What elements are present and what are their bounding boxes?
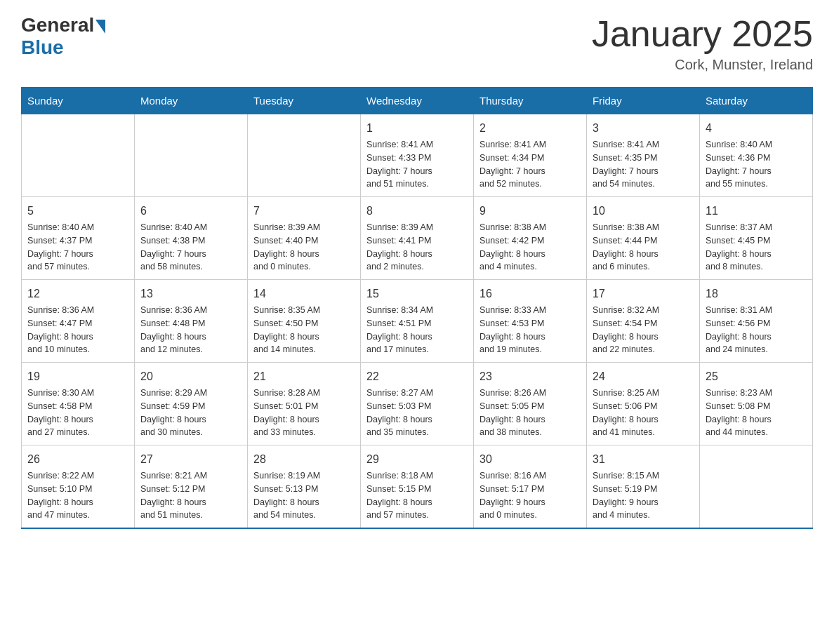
day-number: 18 <box>706 286 807 302</box>
day-number: 28 <box>253 451 355 468</box>
day-number: 31 <box>593 451 694 468</box>
logo-arrow-icon <box>95 20 105 34</box>
day-info: Sunrise: 8:34 AM Sunset: 4:51 PM Dayligh… <box>366 304 468 356</box>
day-info: Sunrise: 8:22 AM Sunset: 5:10 PM Dayligh… <box>27 469 128 522</box>
day-number: 13 <box>140 286 241 302</box>
calendar-cell: 10Sunrise: 8:38 AM Sunset: 4:44 PM Dayli… <box>587 197 700 280</box>
calendar-week-row: 19Sunrise: 8:30 AM Sunset: 4:58 PM Dayli… <box>22 363 813 445</box>
calendar-cell: 4Sunrise: 8:40 AM Sunset: 4:36 PM Daylig… <box>700 114 813 197</box>
calendar-cell: 19Sunrise: 8:30 AM Sunset: 4:58 PM Dayli… <box>22 363 135 445</box>
day-info: Sunrise: 8:25 AM Sunset: 5:06 PM Dayligh… <box>593 387 694 439</box>
day-number: 2 <box>479 120 581 137</box>
day-number: 24 <box>593 368 694 385</box>
page-header: General Blue January 2025 Cork, Munster,… <box>21 14 813 73</box>
calendar-header-row: SundayMondayTuesdayWednesdayThursdayFrid… <box>22 88 813 114</box>
logo-general: General <box>21 14 105 36</box>
calendar-cell: 7Sunrise: 8:39 AM Sunset: 4:40 PM Daylig… <box>248 197 361 280</box>
calendar-cell: 27Sunrise: 8:21 AM Sunset: 5:12 PM Dayli… <box>135 445 248 529</box>
day-info: Sunrise: 8:35 AM Sunset: 4:50 PM Dayligh… <box>253 304 355 356</box>
title-section: January 2025 Cork, Munster, Ireland <box>592 14 813 73</box>
calendar-cell: 24Sunrise: 8:25 AM Sunset: 5:06 PM Dayli… <box>587 363 700 445</box>
calendar-cell: 11Sunrise: 8:37 AM Sunset: 4:45 PM Dayli… <box>700 197 813 280</box>
day-number: 15 <box>366 286 468 302</box>
calendar-cell: 31Sunrise: 8:15 AM Sunset: 5:19 PM Dayli… <box>587 445 700 529</box>
calendar-cell: 23Sunrise: 8:26 AM Sunset: 5:05 PM Dayli… <box>474 363 587 445</box>
day-number: 12 <box>27 286 128 302</box>
day-number: 14 <box>253 286 355 302</box>
day-number: 23 <box>479 368 581 385</box>
day-info: Sunrise: 8:19 AM Sunset: 5:13 PM Dayligh… <box>253 469 355 522</box>
calendar-day-header: Sunday <box>22 88 135 114</box>
day-info: Sunrise: 8:41 AM Sunset: 4:34 PM Dayligh… <box>479 138 581 191</box>
day-info: Sunrise: 8:31 AM Sunset: 4:56 PM Dayligh… <box>706 304 807 356</box>
calendar-cell: 3Sunrise: 8:41 AM Sunset: 4:35 PM Daylig… <box>587 114 700 197</box>
calendar-cell <box>22 114 135 197</box>
calendar-day-header: Tuesday <box>248 88 361 114</box>
day-info: Sunrise: 8:27 AM Sunset: 5:03 PM Dayligh… <box>366 387 468 439</box>
calendar-week-row: 5Sunrise: 8:40 AM Sunset: 4:37 PM Daylig… <box>22 197 813 280</box>
day-info: Sunrise: 8:39 AM Sunset: 4:41 PM Dayligh… <box>366 221 468 274</box>
day-number: 19 <box>27 368 128 385</box>
day-info: Sunrise: 8:32 AM Sunset: 4:54 PM Dayligh… <box>593 304 694 356</box>
calendar-week-row: 12Sunrise: 8:36 AM Sunset: 4:47 PM Dayli… <box>22 280 813 363</box>
day-info: Sunrise: 8:41 AM Sunset: 4:33 PM Dayligh… <box>366 138 468 191</box>
day-number: 16 <box>479 286 581 302</box>
logo-blue-text: Blue <box>21 36 64 59</box>
calendar-cell: 18Sunrise: 8:31 AM Sunset: 4:56 PM Dayli… <box>700 280 813 363</box>
logo-general-text: General <box>21 14 94 36</box>
calendar-cell: 29Sunrise: 8:18 AM Sunset: 5:15 PM Dayli… <box>361 445 474 529</box>
day-number: 17 <box>593 286 694 302</box>
calendar-cell: 8Sunrise: 8:39 AM Sunset: 4:41 PM Daylig… <box>361 197 474 280</box>
day-info: Sunrise: 8:18 AM Sunset: 5:15 PM Dayligh… <box>366 469 468 522</box>
day-info: Sunrise: 8:21 AM Sunset: 5:12 PM Dayligh… <box>140 469 241 522</box>
day-number: 5 <box>27 203 128 220</box>
day-number: 21 <box>253 368 355 385</box>
day-info: Sunrise: 8:36 AM Sunset: 4:48 PM Dayligh… <box>140 304 241 356</box>
day-number: 25 <box>706 368 807 385</box>
calendar-cell: 15Sunrise: 8:34 AM Sunset: 4:51 PM Dayli… <box>361 280 474 363</box>
location: Cork, Munster, Ireland <box>592 57 813 73</box>
day-number: 8 <box>366 203 468 220</box>
day-info: Sunrise: 8:40 AM Sunset: 4:38 PM Dayligh… <box>140 221 241 274</box>
day-number: 27 <box>140 451 241 468</box>
day-number: 7 <box>253 203 355 220</box>
calendar-cell: 6Sunrise: 8:40 AM Sunset: 4:38 PM Daylig… <box>135 197 248 280</box>
day-info: Sunrise: 8:36 AM Sunset: 4:47 PM Dayligh… <box>27 304 128 356</box>
day-number: 6 <box>140 203 241 220</box>
day-info: Sunrise: 8:30 AM Sunset: 4:58 PM Dayligh… <box>27 387 128 439</box>
day-info: Sunrise: 8:40 AM Sunset: 4:36 PM Dayligh… <box>706 138 807 191</box>
day-info: Sunrise: 8:23 AM Sunset: 5:08 PM Dayligh… <box>706 387 807 439</box>
day-info: Sunrise: 8:16 AM Sunset: 5:17 PM Dayligh… <box>479 469 581 522</box>
logo: General Blue <box>21 14 105 59</box>
day-number: 9 <box>479 203 581 220</box>
calendar-cell: 12Sunrise: 8:36 AM Sunset: 4:47 PM Dayli… <box>22 280 135 363</box>
calendar-cell: 30Sunrise: 8:16 AM Sunset: 5:17 PM Dayli… <box>474 445 587 529</box>
month-title: January 2025 <box>592 14 813 54</box>
calendar-cell <box>135 114 248 197</box>
day-info: Sunrise: 8:29 AM Sunset: 4:59 PM Dayligh… <box>140 387 241 439</box>
day-info: Sunrise: 8:33 AM Sunset: 4:53 PM Dayligh… <box>479 304 581 356</box>
calendar-cell <box>248 114 361 197</box>
day-info: Sunrise: 8:38 AM Sunset: 4:42 PM Dayligh… <box>479 221 581 274</box>
calendar-cell: 9Sunrise: 8:38 AM Sunset: 4:42 PM Daylig… <box>474 197 587 280</box>
calendar-cell: 17Sunrise: 8:32 AM Sunset: 4:54 PM Dayli… <box>587 280 700 363</box>
calendar-week-row: 1Sunrise: 8:41 AM Sunset: 4:33 PM Daylig… <box>22 114 813 197</box>
day-info: Sunrise: 8:41 AM Sunset: 4:35 PM Dayligh… <box>593 138 694 191</box>
calendar-day-header: Friday <box>587 88 700 114</box>
calendar-cell: 16Sunrise: 8:33 AM Sunset: 4:53 PM Dayli… <box>474 280 587 363</box>
calendar-cell: 22Sunrise: 8:27 AM Sunset: 5:03 PM Dayli… <box>361 363 474 445</box>
day-number: 29 <box>366 451 468 468</box>
day-number: 10 <box>593 203 694 220</box>
calendar-day-header: Monday <box>135 88 248 114</box>
calendar-week-row: 26Sunrise: 8:22 AM Sunset: 5:10 PM Dayli… <box>22 445 813 529</box>
calendar-cell: 25Sunrise: 8:23 AM Sunset: 5:08 PM Dayli… <box>700 363 813 445</box>
calendar-day-header: Thursday <box>474 88 587 114</box>
day-info: Sunrise: 8:38 AM Sunset: 4:44 PM Dayligh… <box>593 221 694 274</box>
day-info: Sunrise: 8:15 AM Sunset: 5:19 PM Dayligh… <box>593 469 694 522</box>
day-number: 4 <box>706 120 807 137</box>
day-number: 26 <box>27 451 128 468</box>
day-number: 3 <box>593 120 694 137</box>
day-info: Sunrise: 8:28 AM Sunset: 5:01 PM Dayligh… <box>253 387 355 439</box>
day-info: Sunrise: 8:26 AM Sunset: 5:05 PM Dayligh… <box>479 387 581 439</box>
calendar-cell: 13Sunrise: 8:36 AM Sunset: 4:48 PM Dayli… <box>135 280 248 363</box>
